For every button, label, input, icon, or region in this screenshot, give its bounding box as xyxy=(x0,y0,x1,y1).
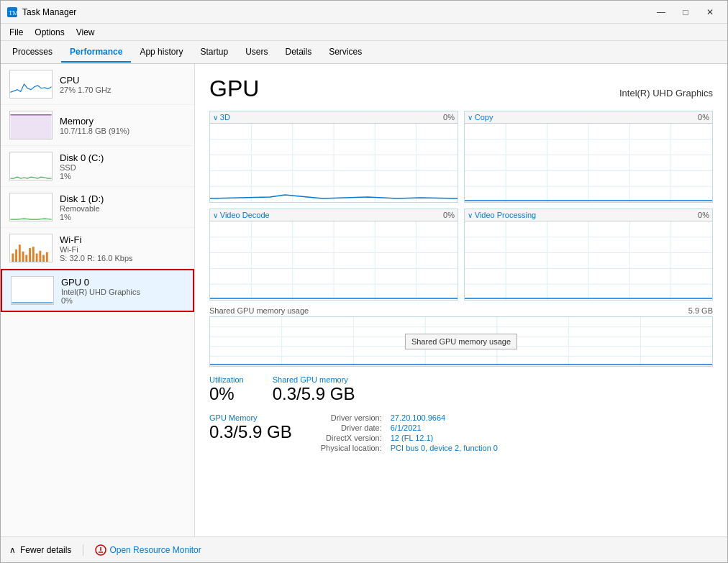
chart-video-processing-label-row: Video Processing 0% xyxy=(465,209,712,221)
cpu-sub: 27% 1.70 GHz xyxy=(60,86,186,94)
driver-date-key: Driver date: xyxy=(321,424,382,432)
sidebar: CPU 27% 1.70 GHz Memory 10.7/11.8 GB (91… xyxy=(1,64,195,536)
menu-file[interactable]: File xyxy=(4,26,29,39)
physical-loc-val: PCI bus 0, device 2, function 0 xyxy=(391,444,498,452)
svg-rect-2 xyxy=(11,115,52,139)
gpu-subtitle: Intel(R) UHD Graphics xyxy=(619,88,713,99)
task-manager-window: TM Task Manager — □ ✕ File Options View … xyxy=(0,0,728,563)
tab-services[interactable]: Services xyxy=(320,42,370,63)
chart-video-processing-area xyxy=(465,221,712,300)
content: CPU 27% 1.70 GHz Memory 10.7/11.8 GB (91… xyxy=(1,64,727,536)
driver-info: Driver version: 27.20.100.9664 Driver da… xyxy=(321,413,498,452)
menu-view[interactable]: View xyxy=(70,26,101,39)
chart-3d-label[interactable]: 3D xyxy=(213,113,230,122)
disk1-sub: Removable xyxy=(60,204,186,213)
chart-video-decode: Video Decode 0% xyxy=(209,209,458,301)
chart-3d: 3D 0% xyxy=(209,111,458,203)
bottom-separator xyxy=(83,544,83,556)
sidebar-item-cpu[interactable]: CPU 27% 1.70 GHz xyxy=(1,64,194,105)
chart-copy-label[interactable]: Copy xyxy=(468,113,493,122)
chart-3d-label-row: 3D 0% xyxy=(210,111,458,123)
tab-app-history[interactable]: App history xyxy=(131,42,191,63)
gpu0-thumbnail xyxy=(11,276,54,305)
shared-mem-header: Shared GPU memory usage 5.9 GB xyxy=(209,306,713,315)
title-bar: TM Task Manager — □ ✕ xyxy=(1,1,727,24)
title-bar-controls: — □ ✕ xyxy=(650,5,722,19)
gpu-memory-block: GPU Memory 0.3/5.9 GB xyxy=(209,413,292,443)
open-resource-monitor-button[interactable]: Open Resource Monitor xyxy=(95,544,201,556)
sidebar-item-disk1[interactable]: Disk 1 (D:) Removable 1% xyxy=(1,187,194,228)
chart-copy-label-row: Copy 0% xyxy=(465,111,712,123)
sidebar-item-gpu0[interactable]: GPU 0 Intel(R) UHD Graphics 0% xyxy=(1,269,194,312)
chart-video-decode-pct: 0% xyxy=(443,211,455,219)
tab-startup[interactable]: Startup xyxy=(191,42,237,63)
charts-grid: 3D 0% xyxy=(209,111,713,301)
disk1-thumbnail xyxy=(9,193,53,221)
wifi-mini-chart xyxy=(10,234,52,262)
gpu-title: GPU xyxy=(209,75,259,102)
bottom-bar: ∧ Fewer details Open Resource Monitor xyxy=(1,536,727,562)
shared-mem-chart: Shared GPU memory usage xyxy=(209,316,713,367)
wifi-name: Wi-Fi xyxy=(60,234,186,245)
utilization-block: Utilization 0% xyxy=(209,375,244,405)
wifi-thumbnail xyxy=(9,234,53,262)
tab-details[interactable]: Details xyxy=(276,42,320,63)
cpu-mini-chart xyxy=(10,70,52,98)
driver-version-val: 27.20.100.9664 xyxy=(391,413,498,422)
memory-name: Memory xyxy=(60,116,186,127)
disk1-name: Disk 1 (D:) xyxy=(60,193,186,204)
cpu-info: CPU 27% 1.70 GHz xyxy=(60,75,186,94)
wifi-sub: Wi-Fi xyxy=(60,245,186,254)
disk0-pct: 1% xyxy=(60,172,186,180)
shared-mem-svg xyxy=(210,317,712,366)
menu-bar: File Options View xyxy=(1,24,727,41)
maximize-button[interactable]: □ xyxy=(674,5,697,19)
close-button[interactable]: ✕ xyxy=(699,5,722,19)
chart-3d-area xyxy=(210,123,458,202)
directx-val: 12 (FL 12.1) xyxy=(391,434,498,442)
disk0-name: Disk 0 (C:) xyxy=(60,152,186,163)
tabs: Processes Performance App history Startu… xyxy=(1,41,727,64)
shared-mem-value: 5.9 GB xyxy=(688,306,713,315)
wifi-pct: S: 32.0 R: 16.0 Kbps xyxy=(60,254,186,262)
sidebar-item-disk0[interactable]: Disk 0 (C:) SSD 1% xyxy=(1,146,194,187)
gpu-memory-label: GPU Memory xyxy=(209,413,292,422)
disk1-info: Disk 1 (D:) Removable 1% xyxy=(60,193,186,221)
gpu-memory-value: 0.3/5.9 GB xyxy=(209,422,292,443)
main-panel: GPU Intel(R) UHD Graphics 3D 0% xyxy=(195,64,727,536)
fewer-details-button[interactable]: ∧ Fewer details xyxy=(9,545,71,555)
chart-video-processing-label[interactable]: Video Processing xyxy=(468,211,536,219)
driver-version-key: Driver version: xyxy=(321,413,382,422)
directx-key: DirectX version: xyxy=(321,434,382,442)
shared-gpu-mem-value: 0.3/5.9 GB xyxy=(273,384,355,405)
disk0-sub: SSD xyxy=(60,163,186,172)
chevron-up-icon: ∧ xyxy=(9,545,16,555)
tab-processes[interactable]: Processes xyxy=(4,42,61,63)
app-icon: TM xyxy=(6,6,18,18)
fewer-details-label: Fewer details xyxy=(20,545,71,555)
svg-text:TM: TM xyxy=(9,9,18,17)
memory-mini-chart xyxy=(10,111,52,139)
tab-users[interactable]: Users xyxy=(237,42,276,63)
disk1-pct: 1% xyxy=(60,213,186,221)
chart-video-decode-label[interactable]: Video Decode xyxy=(213,211,270,219)
bottom-info: GPU Memory 0.3/5.9 GB Driver version: 27… xyxy=(209,413,713,452)
gpu0-sub: Intel(R) UHD Graphics xyxy=(61,288,184,296)
chart-copy-svg xyxy=(465,124,712,202)
svg-rect-14 xyxy=(46,252,48,262)
utilization-label: Utilization xyxy=(209,375,244,384)
chart-copy-pct: 0% xyxy=(698,113,709,122)
wifi-info: Wi-Fi Wi-Fi S: 32.0 R: 16.0 Kbps xyxy=(60,234,186,262)
stats-row: Utilization 0% Shared GPU memory 0.3/5.9… xyxy=(209,375,713,405)
tab-performance[interactable]: Performance xyxy=(61,42,131,63)
shared-mem-section: Shared GPU memory usage 5.9 GB xyxy=(209,306,713,367)
minimize-button[interactable]: — xyxy=(650,5,673,19)
chart-video-decode-area xyxy=(210,221,458,300)
svg-rect-6 xyxy=(19,244,21,262)
menu-options[interactable]: Options xyxy=(29,26,70,39)
memory-thumbnail xyxy=(9,111,53,139)
chart-video-processing-svg xyxy=(465,221,712,300)
resource-monitor-icon xyxy=(95,544,106,556)
sidebar-item-wifi[interactable]: Wi-Fi Wi-Fi S: 32.0 R: 16.0 Kbps xyxy=(1,228,194,269)
sidebar-item-memory[interactable]: Memory 10.7/11.8 GB (91%) xyxy=(1,105,194,146)
